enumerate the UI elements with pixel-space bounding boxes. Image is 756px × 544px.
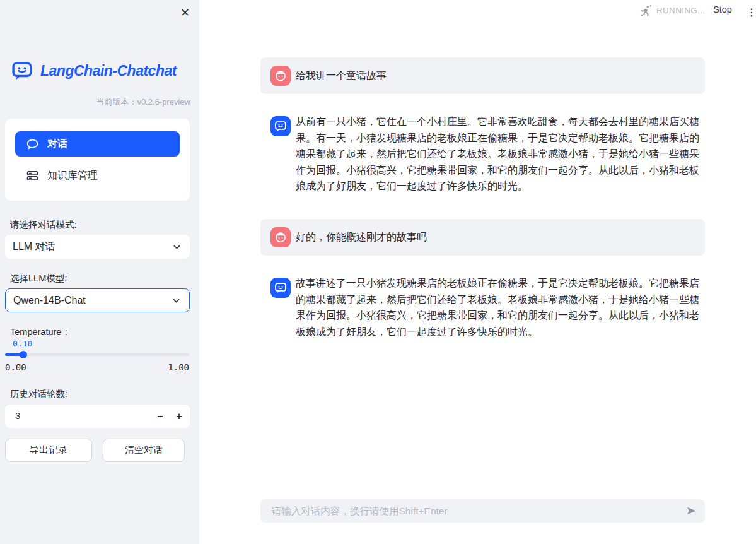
message-text: 从前有一只小猪，它住在一个小村庄里。它非常喜欢吃甜食，每天都会去村里的糖果店买糖… [296,114,705,194]
chat-bubble-logo-icon [9,60,35,81]
slider-track[interactable] [5,353,189,356]
user-avatar [270,66,291,86]
slider-max-label: 1.00 [168,362,189,372]
chat-bubble-icon [26,138,39,151]
version-label: 当前版本： [96,97,137,107]
history-rounds-label: 历史对话轮数: [10,388,67,400]
database-server-icon [26,169,39,182]
decrement-button[interactable]: − [151,405,170,428]
dialogue-mode-label: 请选择对话模式: [10,219,77,231]
message-text: 故事讲述了一只小猪发现糖果店的老板娘正在偷糖果，于是它决定帮助老板娘。它把糖果店… [296,275,705,340]
chat-message-list: 给我讲一个童话故事 从前有一只小猪，它住在一个小村庄里。它非常喜欢吃甜食，每天都… [260,57,705,364]
user-avatar [270,227,291,247]
temperature-value: 0.10 [13,339,32,348]
assistant-avatar [270,116,291,136]
slider-min-label: 0.00 [5,362,26,372]
sidebar-item-knowledge-base[interactable]: 知识库管理 [15,163,180,188]
nav-card: 对话 知识库管理 [5,119,190,201]
chevron-down-icon [172,242,182,252]
llm-model-value: Qwen-14B-Chat [13,295,86,306]
temperature-slider[interactable] [5,352,189,358]
message-text: 给我讲一个童话故事 [296,69,705,81]
chat-input[interactable] [270,505,680,517]
assistant-message: 从前有一只小猪，它住在一个小村庄里。它非常喜欢吃甜食，每天都会去村里的糖果店买糖… [260,114,705,194]
app-title: LangChain-Chatchat [40,62,177,80]
chevron-down-icon [171,295,182,306]
close-icon: ✕ [180,6,190,19]
sidebar-close-button[interactable]: ✕ [179,4,191,21]
history-rounds-stepper[interactable]: 3 − + [5,405,190,428]
app-logo: LangChain-Chatchat [9,60,177,81]
user-message: 好的，你能概述刚才的故事吗 [260,219,705,256]
send-arrow-icon [685,505,697,519]
message-text: 好的，你能概述刚才的故事吗 [296,231,705,243]
overflow-menu-icon[interactable] [745,4,756,23]
status-running-text: RUNNING... [656,6,705,15]
dialogue-mode-select[interactable]: LLM 对话 [5,235,190,259]
assistant-message: 故事讲述了一只小猪发现糖果店的老板娘正在偷糖果，于是它决定帮助老板娘。它把糖果店… [260,275,705,340]
export-history-button[interactable]: 导出记录 [5,439,92,462]
dialogue-mode-value: LLM 对话 [13,240,55,254]
llm-model-select[interactable]: Qwen-14B-Chat [5,288,190,312]
stop-button[interactable]: Stop [711,3,735,16]
sidebar-item-dialogue[interactable]: 对话 [15,131,180,157]
sidebar-item-label: 对话 [47,138,67,151]
clear-dialogue-button[interactable]: 清空对话 [103,439,185,462]
sidebar: ✕ LangChain-Chatchat 当前版本：v0.2.6-preview… [0,0,199,544]
increment-button[interactable]: + [170,405,189,428]
plus-icon: + [176,411,182,422]
assistant-avatar [270,278,291,298]
slider-thumb[interactable] [20,351,27,358]
version-value: v0.2.6-preview [137,97,190,107]
version-text: 当前版本：v0.2.6-preview [96,97,190,108]
slider-range-labels: 0.00 1.00 [5,362,189,372]
send-button[interactable] [685,505,697,519]
minus-icon: − [157,411,163,422]
chat-input-container [260,499,705,523]
history-rounds-value: 3 [15,410,20,421]
user-message: 给我讲一个童话故事 [260,57,705,94]
temperature-label: Temperature： [10,326,71,338]
sidebar-item-label: 知识库管理 [47,169,98,182]
running-man-icon [638,4,653,21]
llm-model-label: 选择LLM模型: [10,273,67,285]
